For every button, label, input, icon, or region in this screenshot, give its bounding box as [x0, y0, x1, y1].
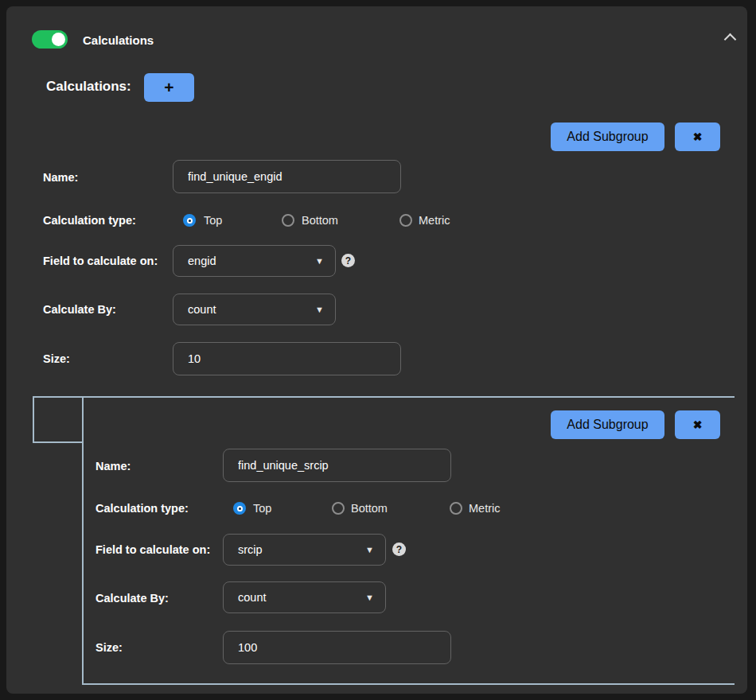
group1-name-input[interactable] — [223, 449, 451, 482]
group1-calculate-by-value: count — [238, 591, 266, 604]
group0-field-label: Field to calculate on: — [43, 255, 158, 267]
group0-radio-metric-label: Metric — [419, 214, 450, 227]
group1-name-label: Name: — [95, 460, 131, 472]
group0-field-help-icon[interactable]: ? — [341, 254, 355, 267]
group1-size-label: Size: — [95, 641, 123, 654]
group0-name-label: Name: — [43, 171, 78, 184]
group1-calculate-by-select[interactable]: count ▼ — [223, 581, 386, 613]
group1-calculate-by-label: Calculate By: — [95, 592, 169, 605]
calculations-toggle[interactable] — [32, 30, 68, 49]
group0-field-select[interactable]: engid ▼ — [173, 245, 336, 277]
group0-add-subgroup-button[interactable]: Add Subgroup — [551, 122, 664, 151]
group1-field-select[interactable]: srcip ▼ — [223, 534, 386, 566]
calculations-heading: Calculations: — [46, 79, 131, 95]
select-caret-icon: ▼ — [315, 256, 324, 266]
group0-radio-top-label: Top — [204, 214, 222, 227]
group0-size-label: Size: — [43, 352, 70, 365]
group0-radio-top[interactable] — [183, 214, 196, 227]
calculations-toggle-label: Calculations — [83, 33, 154, 47]
group0-calculation-type-label: Calculation type: — [43, 214, 136, 227]
group1-radio-bottom[interactable] — [332, 502, 345, 515]
group1-radio-metric-label: Metric — [469, 502, 500, 515]
group1-radio-bottom-label: Bottom — [351, 502, 388, 515]
select-caret-icon: ▼ — [315, 305, 324, 314]
group0-radio-bottom[interactable] — [282, 214, 294, 227]
collapse-section-button[interactable] — [723, 30, 740, 45]
group0-remove-button[interactable]: ✖ — [675, 122, 720, 151]
group0-field-select-value: engid — [188, 255, 216, 267]
select-caret-icon: ▼ — [365, 545, 374, 554]
chevron-up-icon — [724, 33, 737, 46]
group0-radio-metric[interactable] — [399, 214, 412, 227]
group0-size-input[interactable] — [173, 342, 401, 375]
group1-radio-top[interactable] — [233, 502, 246, 515]
group1-calculation-type-label: Calculation type: — [95, 502, 189, 515]
toggle-knob-icon — [52, 33, 65, 46]
group1-radio-top-label: Top — [253, 502, 271, 515]
radio-selected-dot-icon — [237, 506, 243, 511]
group1-size-input[interactable] — [223, 631, 451, 664]
group1-field-select-value: srcip — [238, 543, 263, 556]
group1-field-label: Field to calculate on: — [95, 543, 210, 556]
group1-field-help-icon[interactable]: ? — [392, 542, 406, 556]
select-caret-icon: ▼ — [365, 593, 374, 602]
group1-remove-button[interactable]: ✖ — [675, 410, 720, 439]
radio-selected-dot-icon — [187, 218, 193, 224]
group1-add-subgroup-button[interactable]: Add Subgroup — [551, 410, 664, 439]
group1-radio-metric[interactable] — [450, 502, 462, 515]
group0-name-input[interactable] — [173, 160, 401, 193]
subgroup-connector-box — [33, 396, 82, 443]
group0-calculate-by-select[interactable]: count ▼ — [173, 294, 336, 325]
page: Calculations Calculations: + Add Subgrou… — [0, 0, 756, 700]
add-calculation-button[interactable]: + — [144, 73, 194, 102]
calculations-panel: Calculations Calculations: + Add Subgrou… — [6, 6, 747, 694]
group0-radio-bottom-label: Bottom — [302, 214, 338, 227]
group0-calculate-by-value: count — [188, 303, 216, 316]
group0-calculate-by-label: Calculate By: — [43, 303, 116, 316]
